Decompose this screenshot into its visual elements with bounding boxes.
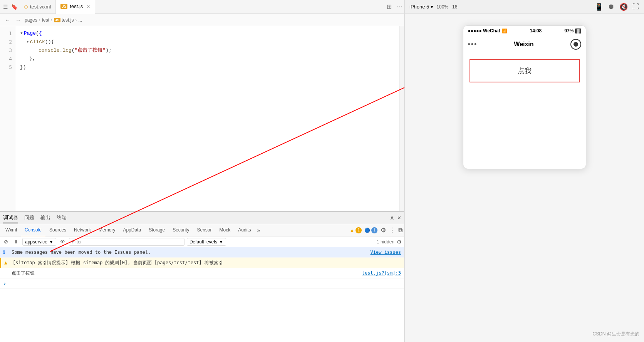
- copy-icon[interactable]: ⧉: [398, 227, 402, 234]
- console-tab-audits[interactable]: Audits: [234, 224, 255, 236]
- dt-tab-output[interactable]: 输出: [40, 213, 50, 223]
- settings-icon[interactable]: ⚙: [381, 226, 386, 234]
- minimize-btn[interactable]: ∧: [390, 214, 394, 221]
- console-tabs-row: Wxml Console Sources Network Memory AppD…: [0, 224, 404, 236]
- phone-panel: iPhone 5 ▾ 100% 16 📱 ⏺ 🔇 ⛶ ●●●●● WeChat …: [404, 0, 644, 342]
- filter-gear-icon[interactable]: ⚙: [397, 239, 402, 245]
- phone-model-label: iPhone 5: [409, 4, 429, 10]
- devtools-controls: ∧ ×: [390, 214, 401, 221]
- code-line-3: console.log("点击了按钮");: [20, 46, 395, 55]
- breadcrumb-pages[interactable]: pages: [25, 17, 37, 23]
- pause-btn[interactable]: ⏸: [12, 238, 20, 245]
- breadcrumb-more[interactable]: ...: [78, 17, 82, 23]
- console-tab-security[interactable]: Security: [169, 224, 193, 236]
- nav-record-inner: [574, 42, 578, 47]
- js-icon: JS: [60, 4, 67, 9]
- log-msg-text: 点击了按钮: [12, 270, 362, 277]
- phone-toolbar-record-icon[interactable]: ⏺: [608, 3, 615, 11]
- console-tab-storage[interactable]: Storage: [145, 224, 169, 236]
- code-line-4: },: [20, 55, 395, 63]
- breadcrumb: pages › test › JS test.js › ...: [25, 17, 82, 23]
- forward-btn[interactable]: →: [14, 16, 22, 24]
- editor-area: 1 2 3 4 5 ▾ Page({ ▾ click(){ console.lo…: [0, 26, 404, 211]
- phone-toolbar-device-icon[interactable]: 📱: [595, 3, 603, 11]
- warn-triangle-icon: ▲: [350, 228, 354, 233]
- ide-container: ☰ 🔖 ⬡ test.wxml JS test.js × ⊞ ⋯ ← → pag…: [0, 0, 404, 342]
- more-options-icon[interactable]: ⋯: [396, 3, 402, 10]
- bookmark-icon[interactable]: 🔖: [10, 3, 19, 11]
- carrier-label: ●●●●● WeChat: [468, 28, 500, 34]
- phone-frame: ●●●●● WeChat 📶 14:08 97% ▓ ••• Weixin 点: [405, 14, 644, 342]
- close-btn[interactable]: ×: [397, 215, 401, 221]
- breadcrumb-file[interactable]: JS test.js: [54, 17, 74, 23]
- wechat-button[interactable]: 点我: [470, 59, 580, 82]
- wxml-icon: ⬡: [24, 4, 28, 10]
- info-msg-icon: ℹ: [3, 249, 9, 256]
- view-issues-link[interactable]: View issues: [371, 249, 401, 256]
- console-tab-appdata[interactable]: AppData: [119, 224, 145, 236]
- eye-icon[interactable]: 👁: [59, 238, 67, 245]
- clear-console-btn[interactable]: ⊘: [2, 238, 10, 245]
- filter-input[interactable]: [69, 238, 184, 246]
- service-label: appservice: [25, 239, 47, 245]
- info-badge: 1: [371, 227, 377, 233]
- console-tab-mock[interactable]: Mock: [216, 224, 235, 236]
- console-filter-row: ⊘ ⏸ appservice ▼ 👁 Default levels ▼ 1 hi…: [0, 236, 404, 247]
- file-js-icon: JS: [54, 18, 60, 22]
- split-view-icon[interactable]: ⊞: [387, 3, 392, 10]
- nav-record-btn[interactable]: [570, 39, 581, 50]
- level-select[interactable]: Default levels ▼: [187, 238, 226, 246]
- console-msg-log: 点击了按钮 test.js?[sm]:3: [0, 268, 404, 278]
- console-tab-console[interactable]: Console: [21, 224, 45, 236]
- collapse-1[interactable]: ▾: [20, 29, 23, 38]
- console-prompt-row: ›: [0, 278, 404, 289]
- dt-tab-issues[interactable]: 问题: [24, 213, 34, 223]
- dt-tab-debugger[interactable]: 调试器: [3, 213, 18, 223]
- level-label: Default levels: [190, 239, 217, 245]
- phone-toolbar-speaker-icon[interactable]: 🔇: [619, 3, 628, 11]
- hidden-count: 1 hidden: [377, 239, 394, 245]
- warn-msg-icon: ▲: [4, 259, 10, 266]
- tab-bar: ☰ 🔖 ⬡ test.wxml JS test.js × ⊞ ⋯: [0, 0, 404, 14]
- console-tab-memory[interactable]: Memory: [95, 224, 119, 236]
- devtools-title-tabs: 调试器 问题 输出 终端: [3, 213, 67, 223]
- log-msg-link[interactable]: test.js?[sm]:3: [362, 270, 401, 277]
- tab-wxml-label: test.wxml: [30, 4, 51, 10]
- more-tabs-btn[interactable]: »: [255, 227, 263, 233]
- breadcrumb-test[interactable]: test: [42, 17, 49, 23]
- warn-badge: 1: [356, 227, 362, 233]
- phone-model-select[interactable]: iPhone 5 ▾: [409, 4, 433, 10]
- dt-tab-terminal[interactable]: 终端: [57, 213, 67, 223]
- more-options-console-icon[interactable]: ⋮: [389, 226, 395, 234]
- collapse-2[interactable]: ▾: [26, 38, 29, 46]
- info-msg-text: Some messages have been moved to the Iss…: [12, 249, 371, 256]
- tab-js[interactable]: JS test.js ×: [56, 0, 95, 14]
- console-tab-sensor[interactable]: Sensor: [193, 224, 216, 236]
- battery-icon: ▓: [575, 28, 581, 34]
- editor-scrollbar[interactable]: [399, 26, 404, 211]
- service-select[interactable]: appservice ▼: [22, 238, 56, 246]
- tab-close-icon[interactable]: ×: [87, 3, 90, 10]
- service-dropdown-icon: ▼: [49, 239, 54, 245]
- phone-content: 点我: [463, 53, 586, 169]
- level-dropdown-icon: ▼: [219, 239, 223, 245]
- console-tab-sources[interactable]: Sources: [45, 224, 70, 236]
- menu-icon[interactable]: ☰: [2, 3, 10, 11]
- console-output: ℹ Some messages have been moved to the I…: [0, 247, 404, 342]
- console-tab-icons: ▲ 1 🔵 1 ⚙ ⋮ ⧉: [350, 226, 402, 234]
- tab-wxml[interactable]: ⬡ test.wxml: [19, 0, 56, 14]
- code-content[interactable]: ▾ Page({ ▾ click(){ console.log("点击了按钮")…: [15, 26, 399, 211]
- console-msg-info: ℹ Some messages have been moved to the I…: [0, 247, 404, 258]
- phone-toolbar-expand-icon[interactable]: ⛶: [632, 3, 639, 11]
- code-line-2: ▾ click(){: [20, 38, 395, 46]
- back-btn[interactable]: ←: [3, 16, 12, 24]
- nav-title: Weixin: [477, 41, 570, 48]
- nav-dots[interactable]: •••: [468, 40, 478, 49]
- console-msg-warn: ▲ [sitemap 索引情况提示] 根据 sitemap 的规则[0], 当前…: [0, 258, 404, 268]
- phone-body: ●●●●● WeChat 📶 14:08 97% ▓ ••• Weixin 点: [463, 25, 586, 169]
- info-icon: 🔵: [364, 228, 370, 233]
- code-line-1: ▾ Page({: [20, 29, 395, 38]
- ide-header-icons: ⊞ ⋯: [387, 3, 402, 10]
- console-tab-network[interactable]: Network: [70, 224, 95, 236]
- console-tab-wxml[interactable]: Wxml: [2, 224, 21, 236]
